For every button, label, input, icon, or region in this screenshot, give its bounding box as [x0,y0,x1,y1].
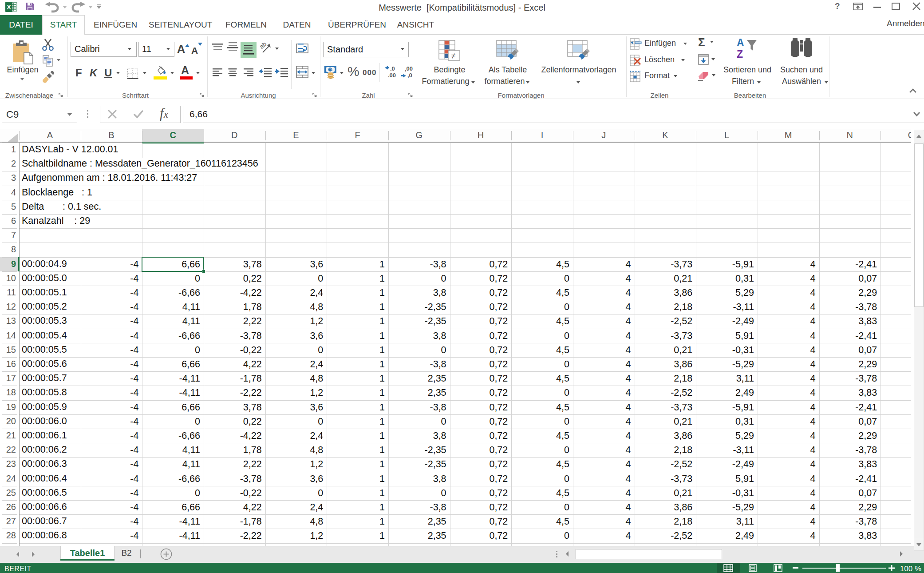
svg-text:A: A [737,37,744,48]
svg-text:≠: ≠ [451,52,456,60]
svg-text:,0: ,0 [407,72,412,79]
svg-text:,00: ,00 [405,65,413,72]
svg-text:.0: .0 [390,65,395,72]
svg-text:Z: Z [737,48,743,60]
svg-text:.00: .00 [388,72,396,79]
